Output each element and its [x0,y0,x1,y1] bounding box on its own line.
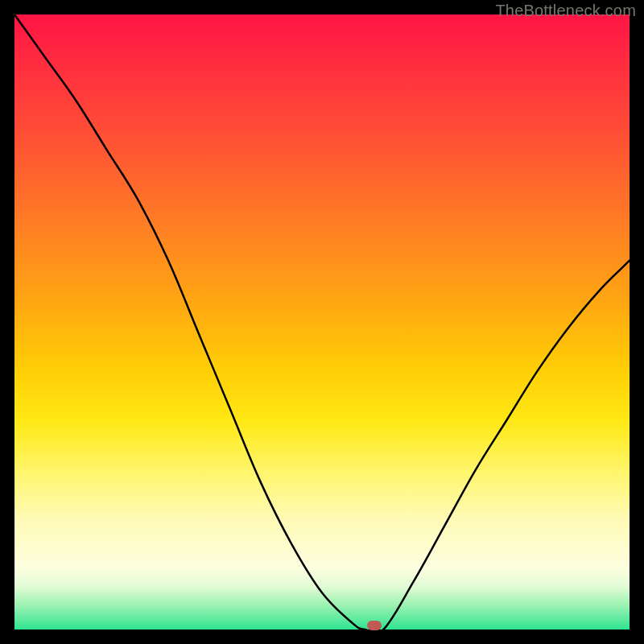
chart-plot-area [14,14,630,630]
optimal-marker [367,621,382,630]
watermark-text: TheBottleneck.com [495,2,636,20]
bottleneck-curve-line [14,14,630,630]
chart-svg [14,14,630,630]
